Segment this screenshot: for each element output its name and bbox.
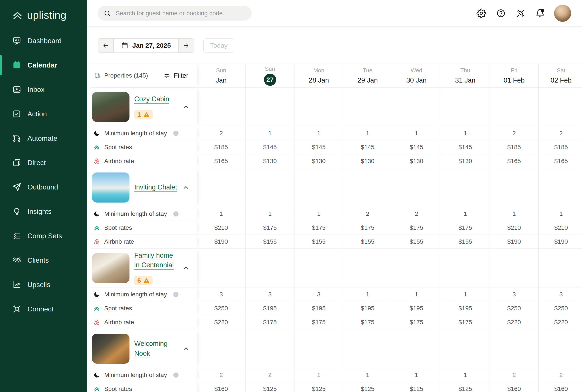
min-stay-cell[interactable]: 1 xyxy=(490,207,539,220)
spot-rate-cell[interactable]: $145 xyxy=(295,140,343,154)
airbnb-rate-cell[interactable]: $175 xyxy=(392,315,441,329)
spot-rate-cell[interactable]: $145 xyxy=(246,140,295,154)
collapse-property-button[interactable] xyxy=(182,264,190,272)
warning-badge[interactable]: 1 xyxy=(134,110,153,119)
airbnb-rate-cell[interactable]: $130 xyxy=(392,154,441,168)
airbnb-rate-cell[interactable]: $165 xyxy=(539,154,582,168)
spot-rate-cell[interactable]: $125 xyxy=(246,382,295,392)
spot-rate-cell[interactable]: $145 xyxy=(343,140,392,154)
min-stay-cell[interactable]: 1 xyxy=(392,288,441,301)
avatar[interactable] xyxy=(554,5,571,22)
min-stay-cell[interactable]: 2 xyxy=(197,368,246,382)
airbnb-rate-cell[interactable]: $175 xyxy=(343,315,392,329)
property-name-link[interactable]: Family home in Centennial xyxy=(134,251,177,270)
spot-rate-cell[interactable]: $160 xyxy=(539,382,582,392)
sidebar-item-upsells[interactable]: Upsells xyxy=(0,272,87,297)
spot-rate-cell[interactable]: $175 xyxy=(441,221,490,234)
min-stay-cell[interactable]: 1 xyxy=(343,288,392,301)
min-stay-cell[interactable]: 1 xyxy=(295,126,343,140)
spot-rate-cell[interactable]: $195 xyxy=(343,302,392,315)
collapse-property-button[interactable] xyxy=(182,103,190,111)
spot-rate-cell[interactable]: $125 xyxy=(295,382,343,392)
search-bar[interactable] xyxy=(98,6,251,20)
airbnb-rate-cell[interactable]: $175 xyxy=(295,315,343,329)
min-stay-cell[interactable]: 1 xyxy=(392,368,441,382)
min-stay-cell[interactable]: 1 xyxy=(343,368,392,382)
airbnb-rate-cell[interactable]: $130 xyxy=(343,154,392,168)
info-icon[interactable] xyxy=(173,291,179,298)
min-stay-cell[interactable]: 2 xyxy=(343,207,392,220)
min-stay-cell[interactable]: 3 xyxy=(539,288,582,301)
sidebar-item-automate[interactable]: Automate xyxy=(0,126,87,150)
today-button[interactable]: Today xyxy=(203,38,234,53)
airbnb-rate-cell[interactable]: $190 xyxy=(490,235,539,248)
min-stay-cell[interactable]: 1 xyxy=(246,126,295,140)
property-thumbnail[interactable] xyxy=(92,253,129,283)
spot-rate-cell[interactable]: $195 xyxy=(295,302,343,315)
property-thumbnail[interactable] xyxy=(92,92,129,122)
sidebar-item-insights[interactable]: Insights xyxy=(0,199,87,224)
date-display[interactable]: Jan 27, 2025 xyxy=(114,38,178,52)
airbnb-rate-cell[interactable]: $155 xyxy=(246,235,295,248)
spot-rate-cell[interactable]: $125 xyxy=(343,382,392,392)
brand[interactable]: uplisting xyxy=(0,0,87,21)
airbnb-rate-cell[interactable]: $220 xyxy=(197,315,246,329)
help-button[interactable] xyxy=(496,8,506,18)
spot-rate-cell[interactable]: $185 xyxy=(490,140,539,154)
prev-day-button[interactable] xyxy=(98,38,114,52)
property-thumbnail[interactable] xyxy=(92,334,129,364)
property-name-link[interactable]: Inviting Chalet xyxy=(134,182,177,192)
spot-rate-cell[interactable]: $160 xyxy=(197,382,246,392)
min-stay-cell[interactable]: 3 xyxy=(295,288,343,301)
min-stay-cell[interactable]: 1 xyxy=(343,126,392,140)
notifications-button[interactable] xyxy=(535,8,545,18)
property-name-link[interactable]: Cozy Cabin xyxy=(134,94,177,104)
airbnb-rate-cell[interactable]: $130 xyxy=(246,154,295,168)
spot-rate-cell[interactable]: $160 xyxy=(490,382,539,392)
min-stay-cell[interactable]: 2 xyxy=(197,126,246,140)
min-stay-cell[interactable]: 1 xyxy=(197,207,246,220)
min-stay-cell[interactable]: 1 xyxy=(295,207,343,220)
min-stay-cell[interactable]: 2 xyxy=(539,368,582,382)
min-stay-cell[interactable]: 1 xyxy=(246,207,295,220)
airbnb-rate-cell[interactable]: $220 xyxy=(490,315,539,329)
spot-rate-cell[interactable]: $195 xyxy=(441,302,490,315)
min-stay-cell[interactable]: 1 xyxy=(295,368,343,382)
sidebar-item-connect[interactable]: Connect xyxy=(0,297,87,321)
info-icon[interactable] xyxy=(173,372,179,378)
spot-rate-cell[interactable]: $250 xyxy=(539,302,582,315)
min-stay-cell[interactable]: 1 xyxy=(441,207,490,220)
airbnb-rate-cell[interactable]: $190 xyxy=(197,235,246,248)
filter-button[interactable]: Filter xyxy=(164,72,188,79)
min-stay-cell[interactable]: 3 xyxy=(197,288,246,301)
sidebar-item-clients[interactable]: Clients xyxy=(0,248,87,272)
airbnb-rate-cell[interactable]: $165 xyxy=(197,154,246,168)
sidebar-item-comp-sets[interactable]: Comp Sets xyxy=(0,224,87,248)
property-thumbnail[interactable] xyxy=(92,172,129,202)
min-stay-cell[interactable]: 3 xyxy=(246,288,295,301)
info-icon[interactable] xyxy=(173,130,179,136)
min-stay-cell[interactable]: 1 xyxy=(539,207,582,220)
airbnb-rate-cell[interactable]: $220 xyxy=(539,315,582,329)
next-day-button[interactable] xyxy=(178,38,194,52)
min-stay-cell[interactable]: 1 xyxy=(441,288,490,301)
spot-rate-cell[interactable]: $145 xyxy=(392,140,441,154)
min-stay-cell[interactable]: 2 xyxy=(490,368,539,382)
min-stay-cell[interactable]: 1 xyxy=(392,126,441,140)
search-input[interactable] xyxy=(115,10,246,17)
airbnb-rate-cell[interactable]: $155 xyxy=(392,235,441,248)
min-stay-cell[interactable]: 2 xyxy=(246,368,295,382)
airbnb-rate-cell[interactable]: $175 xyxy=(441,315,490,329)
spot-rate-cell[interactable]: $210 xyxy=(539,221,582,234)
sidebar-item-dashboard[interactable]: Dashboard xyxy=(0,28,87,53)
min-stay-cell[interactable]: 2 xyxy=(539,126,582,140)
sidebar-item-direct[interactable]: Direct xyxy=(0,150,87,175)
airbnb-rate-cell[interactable]: $190 xyxy=(539,235,582,248)
sidebar-item-action[interactable]: Action xyxy=(0,102,87,126)
spot-rate-cell[interactable]: $175 xyxy=(343,221,392,234)
spot-rate-cell[interactable]: $175 xyxy=(246,221,295,234)
min-stay-cell[interactable]: 3 xyxy=(490,288,539,301)
settings-button[interactable] xyxy=(476,8,486,18)
connect-button[interactable] xyxy=(516,8,525,18)
sidebar-item-outbound[interactable]: Outbound xyxy=(0,175,87,199)
